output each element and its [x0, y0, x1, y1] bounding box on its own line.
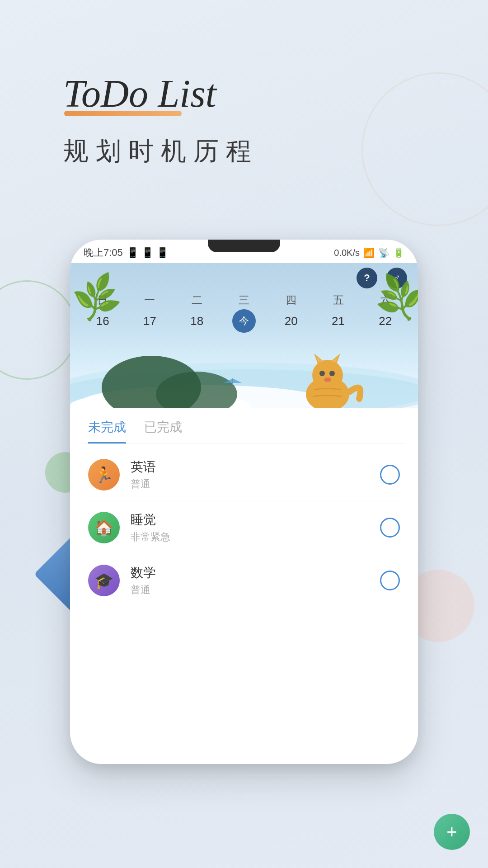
deco-circle-green — [0, 280, 77, 380]
day-num-18[interactable]: 18 — [185, 309, 209, 333]
svg-point-15 — [319, 371, 325, 376]
todo-priority-english: 普通 — [131, 477, 369, 491]
todo-content-3: 数学 普通 — [131, 564, 369, 597]
day-num-21[interactable]: 21 — [327, 309, 350, 333]
todo-content-1: 英语 普通 — [131, 458, 369, 491]
day-name-wed: 三 — [239, 293, 249, 307]
todo-content-2: 睡觉 非常紧急 — [131, 511, 369, 544]
tab-incomplete[interactable]: 未完成 — [88, 419, 126, 443]
svg-point-10 — [312, 360, 343, 391]
app-subtitle: 规划时机历程 — [63, 134, 258, 169]
todo-icon-math: 🎓 — [88, 565, 120, 596]
todo-item-2: 🏠 睡觉 非常紧急 — [84, 501, 404, 554]
day-num-20[interactable]: 20 — [279, 309, 303, 333]
day-name-fri: 五 — [333, 293, 344, 307]
todo-priority-math: 普通 — [131, 583, 369, 597]
day-num-17[interactable]: 17 — [138, 309, 161, 333]
tabs-row: 未完成 已完成 — [84, 408, 404, 444]
todo-check-1[interactable] — [380, 465, 400, 485]
day-col-tue: 二 18 — [178, 293, 216, 333]
phone-mockup: 晚上7:05 📱 📱 📱 0.0K/s 📶 📡 🔋 🌿 🌿 ? ♂ 日 1 — [70, 240, 418, 764]
speed-text: 0.0K/s — [334, 248, 360, 258]
todo-check-2[interactable] — [380, 518, 400, 538]
time-text: 晚上7:05 — [84, 246, 123, 259]
svg-point-17 — [324, 377, 331, 382]
todo-item-3: 🎓 数学 普通 — [84, 554, 404, 607]
day-name-tue: 二 — [192, 293, 202, 307]
todo-title-sleep: 睡觉 — [131, 511, 369, 528]
battery-icon: 🔋 — [393, 247, 404, 258]
todo-priority-sleep: 非常紧急 — [131, 530, 369, 544]
app-title: ToDo List — [63, 72, 258, 115]
calendar-days-row: 日 16 一 17 二 18 三 今 四 20 — [70, 291, 418, 335]
todo-list: 🏃 英语 普通 🏠 睡觉 非常紧急 🎓 数学 — [84, 444, 404, 612]
status-icons: 📱 📱 📱 — [127, 247, 169, 259]
todo-title-english: 英语 — [131, 458, 369, 476]
today-marker: 今 — [239, 316, 249, 326]
calendar-header: ? ♂ — [70, 263, 418, 291]
calendar-section: 🌿 🌿 ? ♂ 日 16 一 17 二 18 三 — [70, 263, 418, 408]
status-right: 0.0K/s 📶 📡 🔋 — [334, 247, 404, 258]
status-time: 晚上7:05 📱 📱 📱 — [84, 246, 169, 259]
day-col-fri: 五 21 — [319, 293, 358, 333]
day-name-thu: 四 — [286, 293, 296, 307]
todo-icon-english: 🏃 — [88, 459, 120, 491]
todo-title-math: 数学 — [131, 564, 369, 581]
help-button[interactable]: ? — [357, 268, 377, 288]
day-col-mon: 一 17 — [130, 293, 169, 333]
day-col-wed: 三 今 — [225, 293, 263, 333]
svg-point-16 — [329, 371, 335, 376]
todo-item-1: 🏃 英语 普通 — [84, 448, 404, 501]
fab-button[interactable]: + — [434, 814, 470, 850]
day-col-thu: 四 20 — [272, 293, 310, 333]
todo-section: 未完成 已完成 🏃 英语 普通 🏠 睡觉 非常紧急 — [70, 408, 418, 612]
todo-icon-sleep: 🏠 — [88, 512, 120, 543]
wifi-icon: 📡 — [378, 247, 389, 258]
day-name-mon: 一 — [144, 293, 155, 307]
day-num-today[interactable]: 今 — [232, 309, 256, 333]
phone-notch — [208, 240, 280, 252]
todo-check-3[interactable] — [380, 571, 400, 590]
deco-circle-large — [361, 72, 488, 226]
signal-icon: 📶 — [363, 247, 375, 258]
tab-complete[interactable]: 已完成 — [144, 419, 182, 443]
header-section: ToDo List 规划时机历程 — [63, 72, 258, 169]
